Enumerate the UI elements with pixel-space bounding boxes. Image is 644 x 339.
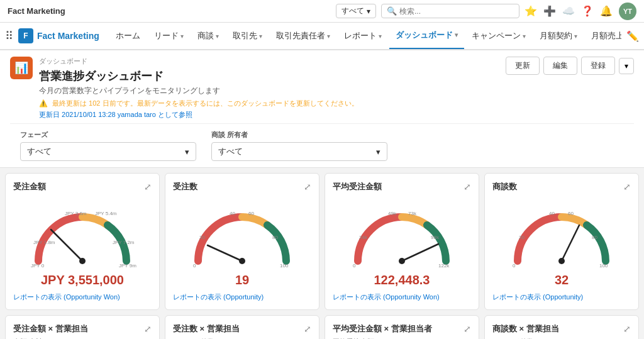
plus-icon[interactable]: ➕ xyxy=(543,5,556,17)
dashboard-meta: 更新日 2021/10/01 13:28 yamada taro として参照 xyxy=(39,110,361,119)
expand-icon-1[interactable]: ⤢ xyxy=(304,182,311,192)
nav-item-dashboard[interactable]: ダッシュボード ▾ xyxy=(389,23,464,50)
nav-item-account[interactable]: 取引先 ▾ xyxy=(226,23,269,50)
expand-icon-b3[interactable]: ⤢ xyxy=(623,324,631,334)
expand-icon-b0[interactable]: ⤢ xyxy=(144,324,152,334)
svg-text:JPY 3.6m: JPY 3.6m xyxy=(65,211,87,216)
expand-icon-0[interactable]: ⤢ xyxy=(144,182,152,192)
help-icon[interactable]: ❓ xyxy=(581,5,594,17)
card-deals-link[interactable]: レポートの表示 (Opportunity) xyxy=(492,292,631,302)
expand-icon-3[interactable]: ⤢ xyxy=(623,182,631,192)
gauge-1: 0 20 40 60 80 100 xyxy=(173,195,311,270)
svg-text:24k: 24k xyxy=(359,235,368,240)
svg-text:0: 0 xyxy=(513,263,516,269)
edit-icon[interactable]: ✏️ xyxy=(626,30,639,42)
nav-item-report[interactable]: レポート ▾ xyxy=(338,23,388,50)
page-title: 営業進捗ダッシュボード xyxy=(39,69,361,84)
svg-point-9 xyxy=(239,258,245,264)
nav-item-monthly-sales[interactable]: 月額売上 ▾ xyxy=(585,23,621,50)
card-revenue-header: 受注金額 ⤢ xyxy=(13,181,152,192)
dashboard-header: 📊 ダッシュボード 営業進捗ダッシュボード 今月の営業数字とパイプラインをモニタ… xyxy=(0,50,644,168)
svg-text:49k: 49k xyxy=(388,211,397,216)
gauge-svg-3: 0 20 40 60 80 100 xyxy=(505,201,618,270)
filter-owner-label: 商談 所有者 xyxy=(211,130,387,140)
dashboard-icon: 📊 xyxy=(10,57,33,79)
gauge-2: 0 24k 49k 73k 98k 122k xyxy=(333,195,471,270)
gauge-svg-2: 0 24k 49k 73k 98k 122k xyxy=(345,201,458,270)
breadcrumb: ダッシュボード xyxy=(39,57,361,66)
card-bottom-1-header: 受注数 × 営業担当 ⤢ xyxy=(173,323,311,335)
search-bar[interactable]: 🔍 xyxy=(381,4,519,18)
svg-text:40: 40 xyxy=(230,211,235,216)
register-button[interactable]: 登録 xyxy=(581,57,615,75)
grid-icon[interactable]: ⠿ xyxy=(5,29,13,43)
card-revenue-link[interactable]: レポートの表示 (Opportunity Won) xyxy=(13,292,152,302)
chevron-monthly-contract: ▾ xyxy=(574,33,577,40)
top-bar-icons: ⭐ ➕ ☁️ ❓ 🔔 YT xyxy=(525,3,636,20)
filter-owner: 商談 所有者 すべて ▾ xyxy=(211,130,387,161)
star-icon[interactable]: ⭐ xyxy=(525,5,537,17)
svg-text:98k: 98k xyxy=(431,235,440,240)
filter-phase-select[interactable]: すべて ▾ xyxy=(20,142,196,161)
svg-text:60: 60 xyxy=(248,211,254,216)
svg-text:JPY 9m: JPY 9m xyxy=(119,263,136,269)
card-bottom-3: 商談数 × 営業担当 ⤢ レコード件数 0 20 40 xyxy=(484,315,639,339)
card-revenue: 受注金額 ⤢ JPY 0 JPY 1.8m JPY 3.6m JPY 5.4m … xyxy=(5,173,160,310)
card-bottom-0-title: 受注金額 × 営業担当 xyxy=(13,323,88,335)
update-button[interactable]: 更新 xyxy=(506,57,540,75)
chevron-campaign: ▾ xyxy=(523,33,526,40)
card-bottom-2-header: 平均受注金額 × 営業担当者 ⤢ xyxy=(333,323,471,335)
filter-phase: フェーズ すべて ▾ xyxy=(20,130,196,161)
chevron-phase-icon: ▾ xyxy=(185,147,189,157)
svg-text:JPY 0: JPY 0 xyxy=(31,263,45,269)
card-orders-value: 19 xyxy=(173,273,311,287)
cards-grid: 受注金額 ⤢ JPY 0 JPY 1.8m JPY 3.6m JPY 5.4m … xyxy=(0,168,644,315)
card-bottom-2: 平均受注金額 × 営業担当者 ⤢ 平均受注金額 0 200k 400k xyxy=(325,315,479,339)
nav-item-contact[interactable]: 取引先責任者 ▾ xyxy=(270,23,336,50)
card-avg-link[interactable]: レポートの表示 (Opportunity Won) xyxy=(333,292,471,302)
nav-items: ホーム リード ▾ 商談 ▾ 取引先 ▾ 取引先責任者 ▾ レポート ▾ ダッシ… xyxy=(109,23,621,50)
expand-icon-2[interactable]: ⤢ xyxy=(464,182,471,192)
svg-text:60: 60 xyxy=(568,211,574,216)
chevron-owner-icon: ▾ xyxy=(376,147,380,157)
svg-text:20: 20 xyxy=(519,235,525,240)
bell-icon[interactable]: 🔔 xyxy=(600,5,613,17)
svg-line-8 xyxy=(208,245,242,261)
chevron-dashboard: ▾ xyxy=(455,31,458,38)
nav-item-lead[interactable]: リード ▾ xyxy=(148,23,190,50)
svg-line-0 xyxy=(51,230,82,261)
nav-item-home[interactable]: ホーム xyxy=(109,23,147,50)
dashboard-subtitle: 今月の営業数字とパイプラインをモニタリングします xyxy=(39,86,361,96)
nav-item-monthly-contract[interactable]: 月額契約 ▾ xyxy=(533,23,584,50)
edit-button[interactable]: 編集 xyxy=(543,57,577,75)
gauge-svg-0: JPY 0 JPY 1.8m JPY 3.6m JPY 5.4m JPY 7.2… xyxy=(26,201,139,270)
card-orders-header: 受注数 ⤢ xyxy=(173,181,311,192)
filter-owner-value: すべて xyxy=(218,146,243,157)
avatar[interactable]: YT xyxy=(619,3,636,20)
search-input[interactable] xyxy=(399,7,500,16)
card-orders-link[interactable]: レポートの表示 (Opportunity) xyxy=(173,292,311,302)
svg-text:100: 100 xyxy=(599,263,608,269)
svg-point-17 xyxy=(399,258,405,264)
cloud-icon[interactable]: ☁️ xyxy=(562,5,575,17)
chevron-report: ▾ xyxy=(379,33,382,40)
dashboard-info: ダッシュボード 営業進捗ダッシュボード 今月の営業数字とパイプラインをモニタリン… xyxy=(39,57,361,119)
expand-icon-b2[interactable]: ⤢ xyxy=(464,324,471,334)
gauge-svg-1: 0 20 40 60 80 100 xyxy=(186,201,299,270)
nav-logo[interactable]: F Fact Marketing xyxy=(18,28,99,43)
svg-text:0: 0 xyxy=(353,263,356,269)
svg-text:0: 0 xyxy=(193,263,196,269)
more-actions-button[interactable]: ▾ xyxy=(619,58,634,74)
chevron-contact: ▾ xyxy=(327,33,330,40)
card-avg-title: 平均受注金額 xyxy=(333,181,382,192)
filter-owner-select[interactable]: すべて ▾ xyxy=(211,142,387,161)
bottom-cards-grid: 受注金額 × 営業担当 ⤢ 金額 合計: (JPY) 0 2M 4M 受注数 ×… xyxy=(0,315,644,339)
filter-dropdown[interactable]: すべて ▾ xyxy=(336,4,376,18)
svg-text:80: 80 xyxy=(592,235,597,240)
nav-item-deal[interactable]: 商談 ▾ xyxy=(191,23,225,50)
nav-item-campaign[interactable]: キャンペーン ▾ xyxy=(465,23,532,50)
chevron-down-icon: ▾ xyxy=(367,7,370,16)
expand-icon-b1[interactable]: ⤢ xyxy=(304,324,311,334)
svg-line-16 xyxy=(402,244,438,261)
svg-text:80: 80 xyxy=(272,235,278,240)
